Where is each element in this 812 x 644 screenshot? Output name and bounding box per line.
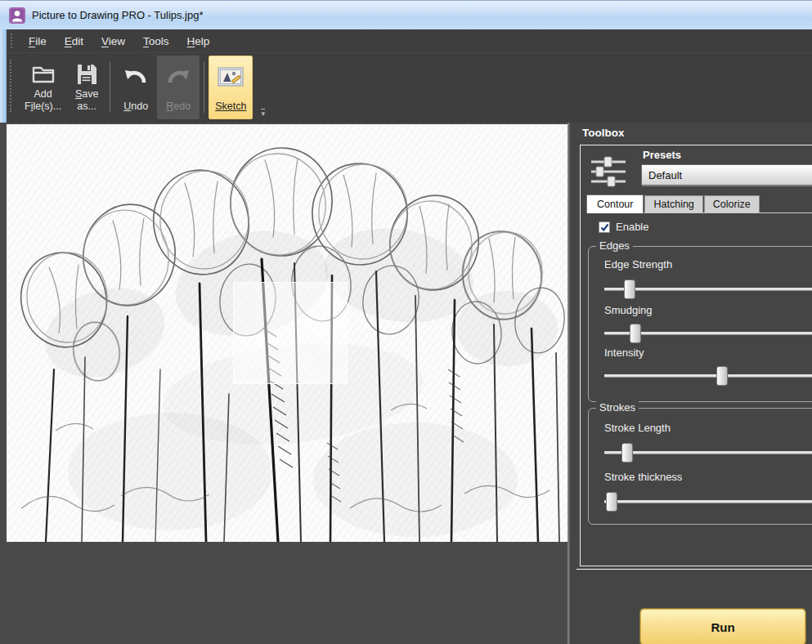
menu-file[interactable]: File [20,31,56,51]
toolbox-tabstrip: Contour Hatching Colorize [586,194,812,213]
enable-label: Enable [616,221,648,233]
edge-strength-slider[interactable] [604,280,812,299]
edge-strength-thumb[interactable] [624,280,635,299]
smudging-thumb[interactable] [630,324,641,343]
save-as-label-line2: as... [77,101,96,112]
menu-view[interactable]: View [92,31,134,51]
client-area: Toolbox Presets Default [0,123,812,644]
presets-label: Presets [643,149,681,161]
app-window: Picture to Drawing PRO - Tulips.jpg* Fil… [0,0,812,644]
floppy-disk-icon [74,60,99,88]
stroke-thickness-label: Stroke thickness [604,471,682,483]
stroke-length-slider[interactable] [604,443,812,463]
add-files-button[interactable]: Add File(s)... [18,56,68,119]
stroke-length-thumb[interactable] [621,443,633,463]
intensity-slider[interactable] [604,366,812,386]
toolbox-body: Presets Default Contour Hatching Coloriz… [580,145,812,566]
menubar-grip[interactable] [11,34,15,48]
presets-dropdown[interactable]: Default [641,164,812,186]
selection-rectangle [233,282,348,384]
tab-contour[interactable]: Contour [586,195,644,213]
canvas-image[interactable] [7,124,568,542]
toolbar: Add File(s)... Save as... [7,52,812,123]
add-files-label-line1: Add [34,88,52,100]
toolbox-title: Toolbox [582,127,625,139]
redo-arrow-icon [164,60,193,93]
tab-colorize[interactable]: Colorize [704,195,760,212]
edge-strength-label: Edge Strength [604,258,672,271]
smudging-label: Smudging [604,304,653,316]
sketch-button[interactable]: Sketch [209,56,253,119]
add-files-label-line2: File(s)... [25,101,61,112]
window-title: Picture to Drawing PRO - Tulips.jpg* [32,9,204,21]
edges-group: Edges Edge Strength Smudging Intensity [588,246,812,402]
toolbar-separator [204,61,204,113]
undo-button[interactable]: Undo [114,56,157,119]
app-icon[interactable] [9,7,25,24]
sketch-label: Sketch [215,101,246,114]
edges-group-title: Edges [596,239,633,252]
sliders-icon [590,155,627,188]
toolbar-grip[interactable] [10,60,14,112]
tab-hatching[interactable]: Hatching [644,195,702,212]
enable-checkbox[interactable] [599,221,610,233]
menu-help[interactable]: Help [178,31,219,51]
toolbox-panel: Toolbox Presets Default [570,123,812,644]
menu-tools[interactable]: Tools [134,31,178,51]
intensity-thumb[interactable] [716,366,728,386]
contour-tab-content: Enable Edges Edge Strength Smudging [581,213,812,566]
toolbar-separator [110,61,110,113]
menubar: File Edit View Tools Help [7,29,812,52]
undo-label: Undo [123,101,148,114]
toolbar-overflow-chevron-icon[interactable]: ▾ [261,109,265,118]
intensity-label: Intensity [604,347,644,359]
redo-label: Redo [166,101,191,114]
redo-button[interactable]: Redo [157,56,200,119]
run-button[interactable]: Run [640,609,805,644]
undo-arrow-icon [121,60,150,93]
picture-pencil-icon [218,60,244,93]
stroke-thickness-slider[interactable] [604,492,812,512]
titlebar: Picture to Drawing PRO - Tulips.jpg* [0,0,812,29]
tulip-sketch [7,124,568,542]
folder-open-icon [29,60,57,88]
strokes-group: Strokes Stroke Length Stroke thickness [588,408,812,525]
smudging-slider[interactable] [604,324,812,343]
save-as-button[interactable]: Save as... [68,56,105,119]
stroke-thickness-thumb[interactable] [606,492,617,512]
save-as-label-line1: Save [75,88,99,100]
stroke-length-label: Stroke Length [604,422,671,434]
menu-edit[interactable]: Edit [56,31,92,51]
strokes-group-title: Strokes [596,401,639,414]
